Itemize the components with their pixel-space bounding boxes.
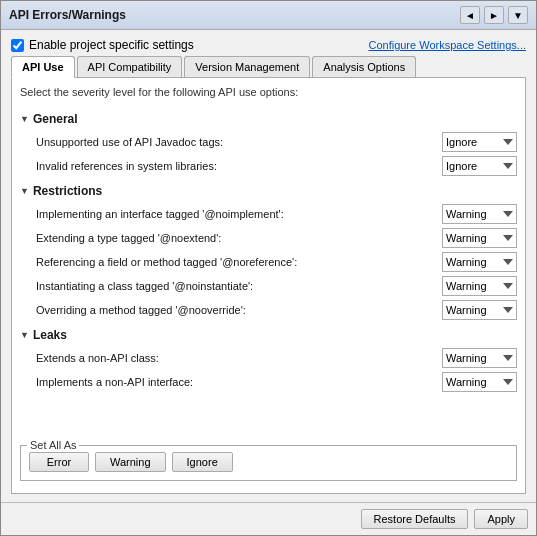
apply-button[interactable]: Apply — [474, 509, 528, 529]
option-nooverride-label: Overriding a method tagged '@nooverride'… — [36, 304, 442, 316]
section-leaks: ▼ Leaks — [20, 328, 517, 342]
option-noimplement: Implementing an interface tagged '@noimp… — [20, 202, 517, 226]
tab-version-management[interactable]: Version Management — [184, 56, 310, 77]
dropdown-non-api-class[interactable]: Ignore Warning Error — [442, 348, 517, 368]
set-all-warning-button[interactable]: Warning — [95, 452, 166, 472]
dropdown-nooverride[interactable]: Ignore Warning Error — [442, 300, 517, 320]
set-all-as-label: Set All As — [27, 439, 79, 451]
dropdown-noinstantiate[interactable]: Ignore Warning Error — [442, 276, 517, 296]
triangle-leaks: ▼ — [20, 330, 29, 340]
option-noextend-label: Extending a type tagged '@noextend': — [36, 232, 442, 244]
bottom-bar: Restore Defaults Apply — [1, 502, 536, 535]
triangle-general: ▼ — [20, 114, 29, 124]
set-all-ignore-button[interactable]: Ignore — [172, 452, 233, 472]
option-noreference-label: Referencing a field or method tagged '@n… — [36, 256, 442, 268]
section-restrictions: ▼ Restrictions — [20, 184, 517, 198]
tab-description: Select the severity level for the follow… — [20, 86, 517, 98]
restore-defaults-button[interactable]: Restore Defaults — [361, 509, 469, 529]
triangle-restrictions: ▼ — [20, 186, 29, 196]
dropdown-noextend[interactable]: Ignore Warning Error — [442, 228, 517, 248]
option-non-api-interface-label: Implements a non-API interface: — [36, 376, 442, 388]
main-window: API Errors/Warnings ◄ ► ▼ Enable project… — [0, 0, 537, 536]
tab-analysis-options[interactable]: Analysis Options — [312, 56, 416, 77]
dropdown-unsupported-javadoc[interactable]: Ignore Warning Error — [442, 132, 517, 152]
forward-button[interactable]: ► — [484, 6, 504, 24]
option-unsupported-javadoc: Unsupported use of API Javadoc tags: Ign… — [20, 130, 517, 154]
tabs-bar: API Use API Compatibility Version Manage… — [11, 56, 526, 78]
dropdown-non-api-interface[interactable]: Ignore Warning Error — [442, 372, 517, 392]
option-unsupported-javadoc-label: Unsupported use of API Javadoc tags: — [36, 136, 442, 148]
options-scroll-container[interactable]: ▼ General Unsupported use of API Javadoc… — [20, 106, 517, 437]
tab-api-compatibility[interactable]: API Compatibility — [77, 56, 183, 77]
window-title: API Errors/Warnings — [9, 8, 126, 22]
workspace-settings-link[interactable]: Configure Workspace Settings... — [368, 39, 526, 51]
dropdown-noimplement[interactable]: Ignore Warning Error — [442, 204, 517, 224]
set-all-buttons: Error Warning Ignore — [29, 452, 508, 472]
option-non-api-class: Extends a non-API class: Ignore Warning … — [20, 346, 517, 370]
set-all-as-group: Set All As Error Warning Ignore — [20, 445, 517, 481]
content-area: Enable project specific settings Configu… — [1, 30, 536, 502]
option-noreference: Referencing a field or method tagged '@n… — [20, 250, 517, 274]
section-restrictions-label: Restrictions — [33, 184, 102, 198]
option-non-api-interface: Implements a non-API interface: Ignore W… — [20, 370, 517, 394]
title-bar: API Errors/Warnings ◄ ► ▼ — [1, 1, 536, 30]
option-noimplement-label: Implementing an interface tagged '@noimp… — [36, 208, 442, 220]
dropdown-noreference[interactable]: Ignore Warning Error — [442, 252, 517, 272]
set-all-error-button[interactable]: Error — [29, 452, 89, 472]
option-invalid-references: Invalid references in system libraries: … — [20, 154, 517, 178]
option-invalid-references-label: Invalid references in system libraries: — [36, 160, 442, 172]
option-non-api-class-label: Extends a non-API class: — [36, 352, 442, 364]
checkbox-row: Enable project specific settings Configu… — [11, 38, 526, 52]
title-bar-left: API Errors/Warnings — [9, 8, 126, 22]
section-leaks-label: Leaks — [33, 328, 67, 342]
back-button[interactable]: ◄ — [460, 6, 480, 24]
option-noextend: Extending a type tagged '@noextend': Ign… — [20, 226, 517, 250]
option-nooverride: Overriding a method tagged '@nooverride'… — [20, 298, 517, 322]
enable-project-settings-checkbox[interactable] — [11, 39, 24, 52]
section-general: ▼ General — [20, 112, 517, 126]
dropdown-invalid-references[interactable]: Ignore Warning Error — [442, 156, 517, 176]
option-noinstantiate-label: Instantiating a class tagged '@noinstant… — [36, 280, 442, 292]
title-bar-right: ◄ ► ▼ — [460, 6, 528, 24]
tab-api-use[interactable]: API Use — [11, 56, 75, 78]
tab-content-area: Select the severity level for the follow… — [11, 78, 526, 494]
menu-button[interactable]: ▼ — [508, 6, 528, 24]
option-noinstantiate: Instantiating a class tagged '@noinstant… — [20, 274, 517, 298]
section-general-label: General — [33, 112, 78, 126]
enable-project-settings-label: Enable project specific settings — [29, 38, 194, 52]
